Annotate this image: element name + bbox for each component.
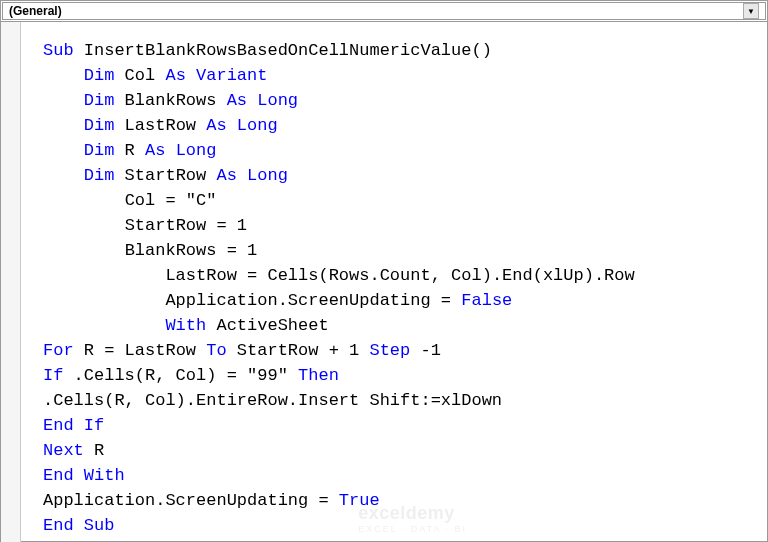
code-editor[interactable]: Sub InsertBlankRowsBasedOnCellNumericVal… <box>21 22 767 542</box>
code-line[interactable]: Dim BlankRows As Long <box>43 88 759 113</box>
code-line[interactable]: LastRow = Cells(Rows.Count, Col).End(xlU… <box>43 263 759 288</box>
object-scope-label: (General) <box>9 4 743 18</box>
code-line[interactable]: End With <box>43 463 759 488</box>
code-line[interactable]: Application.ScreenUpdating = False <box>43 288 759 313</box>
code-line[interactable]: With ActiveSheet <box>43 313 759 338</box>
code-line[interactable]: If .Cells(R, Col) = "99" Then <box>43 363 759 388</box>
chevron-down-icon[interactable]: ▼ <box>743 3 759 19</box>
code-line[interactable]: StartRow = 1 <box>43 213 759 238</box>
code-wrapper: Sub InsertBlankRowsBasedOnCellNumericVal… <box>1 22 767 542</box>
code-margin <box>1 22 21 542</box>
declarations-bar: (General) ▼ <box>1 1 767 22</box>
code-line[interactable]: Col = "C" <box>43 188 759 213</box>
code-line[interactable]: End If <box>43 413 759 438</box>
code-line[interactable]: Dim R As Long <box>43 138 759 163</box>
object-scope-dropdown[interactable]: (General) ▼ <box>2 2 766 20</box>
code-line[interactable]: For R = LastRow To StartRow + 1 Step -1 <box>43 338 759 363</box>
code-line[interactable]: Dim Col As Variant <box>43 63 759 88</box>
code-line[interactable]: Next R <box>43 438 759 463</box>
code-line[interactable]: Application.ScreenUpdating = True <box>43 488 759 513</box>
code-line[interactable]: .Cells(R, Col).EntireRow.Insert Shift:=x… <box>43 388 759 413</box>
code-line[interactable]: Sub InsertBlankRowsBasedOnCellNumericVal… <box>43 38 759 63</box>
code-line[interactable]: BlankRows = 1 <box>43 238 759 263</box>
code-line[interactable]: Dim LastRow As Long <box>43 113 759 138</box>
code-line[interactable]: End Sub <box>43 513 759 538</box>
code-line[interactable]: Dim StartRow As Long <box>43 163 759 188</box>
vbe-window: (General) ▼ Sub InsertBlankRowsBasedOnCe… <box>0 0 768 542</box>
